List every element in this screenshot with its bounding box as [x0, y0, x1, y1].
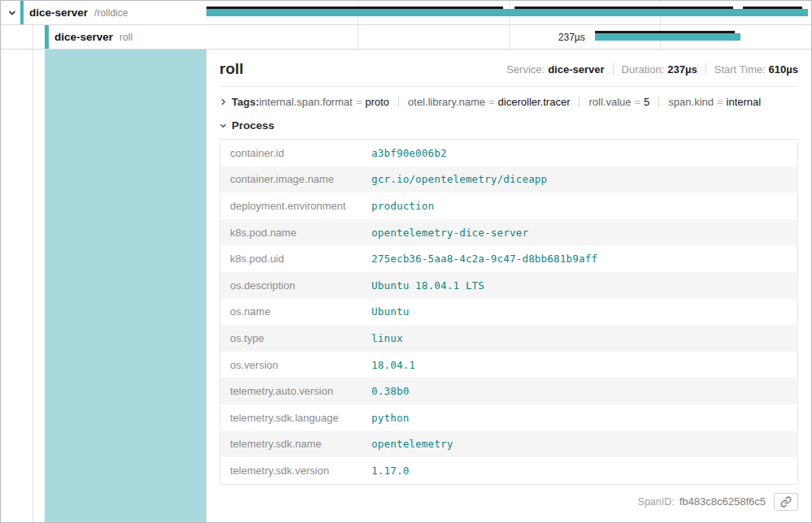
- span-duration-bar[interactable]: [206, 9, 808, 16]
- attr-key: os.type: [220, 326, 365, 350]
- attr-value: production: [365, 194, 797, 218]
- attr-key: telemetry.sdk.language: [220, 406, 365, 430]
- attr-value: gcr.io/opentelemetry/diceapp: [365, 167, 797, 191]
- attr-value: opentelemetry: [365, 432, 797, 456]
- span-duration-bar[interactable]: [595, 33, 740, 41]
- process-accordion-toggle[interactable]: Process: [219, 119, 798, 132]
- spanid-label: SpanID:: [638, 496, 675, 508]
- stat-value: 610µs: [769, 63, 798, 76]
- span-bar-track[interactable]: [206, 1, 811, 24]
- table-row: os.description Ubuntu 18.04.1 LTS: [220, 272, 797, 299]
- table-row: telemetry.sdk.name opentelemetry: [220, 431, 797, 458]
- span-detail-panel: roll Service:dice-server Duration:237µs …: [206, 50, 811, 522]
- attr-value: python: [365, 406, 797, 430]
- attr-key: container.image.name: [220, 167, 365, 191]
- tag-value: diceroller.tracer: [498, 96, 571, 108]
- critical-path-segment: [206, 6, 503, 9]
- stat-label: Service:: [506, 63, 545, 76]
- attr-key: k8s.pod.name: [220, 221, 365, 244]
- span-name-column: dice-server roll: [1, 25, 206, 49]
- detail-title: roll: [219, 60, 244, 78]
- attr-key: telemetry.sdk.version: [220, 459, 365, 482]
- tag-equals: =: [635, 96, 641, 108]
- attr-value: Ubuntu 18.04.1 LTS: [365, 274, 797, 297]
- tree-gutter: [1, 50, 33, 522]
- table-row: container.id a3bf90e006b2: [220, 140, 797, 166]
- attr-value: 0.38b0: [365, 379, 797, 403]
- attr-key: os.name: [220, 300, 365, 323]
- timeline-tick: [509, 25, 510, 49]
- tag-equals: =: [356, 96, 363, 108]
- header-divider: [219, 86, 798, 87]
- tag-item: span.kind = internal: [668, 96, 761, 108]
- detail-header-stats: Service:dice-server Duration:237µs Start…: [506, 63, 798, 76]
- stat-service: Service:dice-server: [506, 63, 604, 76]
- span-service-name: dice-server: [29, 6, 88, 19]
- span-duration-label: 237µs: [558, 32, 585, 43]
- tree-indent-guide: [1, 25, 33, 49]
- deep-link-button[interactable]: [774, 493, 798, 511]
- table-row: deployment.environment production: [220, 192, 797, 219]
- stat-value: dice-server: [548, 63, 604, 76]
- stat-label: Start Time:: [714, 63, 766, 76]
- span-color-accent: [45, 25, 49, 49]
- span-color-accent: [20, 1, 24, 24]
- attr-key: telemetry.sdk.name: [220, 432, 365, 456]
- tag-item: roll.value = 5: [588, 96, 649, 108]
- span-row-rolldice[interactable]: dice-server /rolldice: [1, 1, 811, 25]
- attr-key: os.description: [220, 274, 365, 297]
- tag-item: internal.span.format = proto: [259, 96, 389, 108]
- stat-start-time: Start Time:610µs: [714, 63, 798, 76]
- table-row: k8s.pod.name opentelemetry-dice-server: [220, 219, 797, 246]
- attr-key: os.version: [220, 353, 365, 377]
- critical-path-segment: [595, 31, 735, 33]
- stat-label: Duration:: [622, 63, 665, 76]
- critical-path-segment: [515, 6, 733, 9]
- span-operation-name: roll: [119, 32, 132, 43]
- tag-key: otel.library.name: [408, 96, 485, 108]
- stat-separator: [613, 63, 614, 75]
- detail-row: roll Service:dice-server Duration:237µs …: [1, 50, 811, 522]
- table-row: os.version 18.04.1: [220, 352, 797, 378]
- span-operation-name: /rolldice: [94, 7, 128, 19]
- tag-key: roll.value: [588, 96, 631, 108]
- stat-value: 237µs: [667, 63, 697, 76]
- attr-key: deployment.environment: [220, 194, 365, 218]
- attr-value: a3bf90e006b2: [365, 141, 797, 165]
- tag-value: 5: [644, 96, 649, 108]
- chevron-down-icon: [219, 122, 229, 129]
- chevron-down-icon[interactable]: [4, 1, 20, 24]
- span-row-roll[interactable]: dice-server roll 237µs: [1, 25, 811, 50]
- attr-value: 1.17.0: [365, 459, 797, 482]
- tag-equals: =: [489, 96, 495, 108]
- attr-value: 18.04.1: [365, 353, 797, 377]
- table-row: k8s.pod.uid 275ecb36-5aa8-4c2a-9c47-d8bb…: [220, 245, 797, 272]
- tag-separator: [398, 97, 399, 107]
- tag-separator: [579, 97, 580, 107]
- trace-detail-view: dice-server /rolldice dice-server roll 2…: [0, 0, 812, 523]
- selected-span-highlight[interactable]: [45, 50, 206, 522]
- table-row: telemetry.auto.version 0.38b0: [220, 378, 797, 404]
- critical-path-segment: [743, 6, 802, 9]
- detail-header: roll Service:dice-server Duration:237µs …: [219, 60, 798, 78]
- process-label: Process: [232, 119, 275, 132]
- table-row: container.image.name gcr.io/opentelemetr…: [220, 166, 797, 193]
- span-name-column: dice-server /rolldice: [1, 1, 206, 24]
- tree-indent-guide: [33, 25, 45, 49]
- tree-gutter: [33, 50, 45, 522]
- spanid-value: fb483c8c6258f6c5: [680, 495, 766, 508]
- stat-separator: [706, 63, 706, 75]
- span-bar-track[interactable]: 237µs: [206, 25, 811, 49]
- stat-duration: Duration:237µs: [622, 63, 697, 76]
- table-row: telemetry.sdk.version 1.17.0: [220, 457, 797, 484]
- attr-value: opentelemetry-dice-server: [365, 221, 797, 244]
- tags-accordion-toggle[interactable]: Tags: internal.span.format = proto otel.…: [219, 96, 798, 108]
- timeline-tick: [358, 25, 358, 49]
- tag-key: span.kind: [668, 96, 714, 108]
- attr-key: k8s.pod.uid: [220, 247, 365, 270]
- tag-key: internal.span.format: [259, 96, 353, 108]
- link-icon: [780, 496, 792, 508]
- span-service-name: dice-server: [54, 31, 113, 43]
- attr-value: linux: [365, 326, 797, 350]
- process-attributes-table: container.id a3bf90e006b2 container.imag…: [219, 139, 798, 485]
